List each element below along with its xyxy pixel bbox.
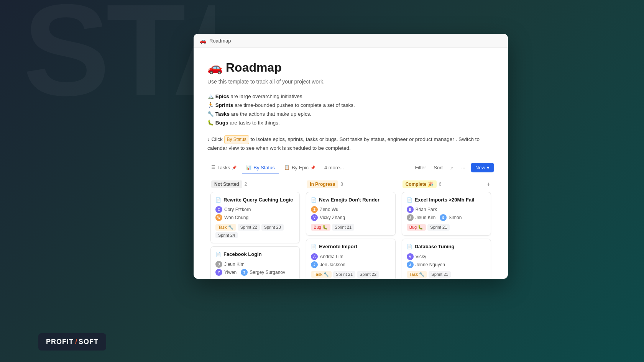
complete-add-btn[interactable]: + <box>487 181 490 188</box>
tab-more[interactable]: 4 more... <box>320 162 348 174</box>
card-emojis[interactable]: 📄 New Emojis Don't Render Z Zeno Wu V Vi… <box>306 192 395 236</box>
avatar-row-jieun: J Jieun Kim <box>215 261 295 268</box>
avatar-won: W <box>215 214 222 221</box>
tab-tasks-label: Tasks <box>217 165 230 170</box>
new-btn-chevron: ▾ <box>487 165 490 170</box>
tab-by-epic-pin: 📌 <box>310 165 315 170</box>
filter-button[interactable]: Filter <box>412 163 428 172</box>
card-doc-icon-emoji: 📄 <box>311 197 317 203</box>
card-title-emojis: New Emojis Don't Render <box>319 197 380 203</box>
tab-by-epic-icon: 📋 <box>284 165 290 170</box>
title-bar: 🚗 Roadmap <box>194 34 508 48</box>
avatar-brian: B <box>407 206 414 213</box>
tag-task-evernote: Task 🔧 <box>311 271 332 278</box>
avatar-name-jen: Jen Jackson <box>320 262 345 267</box>
desc-tasks: 🔧 Tasks are the actions that make up epi… <box>207 110 494 119</box>
tab-by-status[interactable]: 📊 By Status <box>242 162 279 174</box>
avatar-sergey: S <box>241 269 248 276</box>
logo: PROFIT / SOFT <box>38 333 106 351</box>
tab-by-epic-label: By Epic <box>292 165 309 170</box>
tag-sprint21-evernote: Sprint 21 <box>333 271 355 278</box>
card-title-excel: Excel Imports >20Mb Fail <box>415 197 475 203</box>
avatar-name-won: Won Chung <box>224 215 248 220</box>
complete-count: 6 <box>439 182 442 187</box>
card-title-evernote: Evernote Import <box>319 244 357 250</box>
page-title: 🚗 Roadmap <box>207 60 494 75</box>
more-options-button[interactable]: ··· <box>459 163 468 172</box>
col-header-not-started: Not Started 2 <box>210 180 300 188</box>
avatar-yiwen: Y <box>215 269 222 276</box>
main-window: 🚗 Roadmap 🚗 Roadmap Use this template to… <box>194 34 508 279</box>
avatar-name-andrea: Andrea Lim <box>320 254 343 259</box>
card-title-facebook: Facebook Login <box>223 251 262 258</box>
avatar-simon: S <box>440 214 447 221</box>
column-in-progress: In Progress 8 📄 New Emojis Don't Render … <box>303 180 398 279</box>
card-doc-icon-fb: 📄 <box>215 252 221 257</box>
avatar-vicky-z: V <box>311 214 318 221</box>
col-header-in-progress: In Progress 8 <box>306 180 395 188</box>
desc-sprints: 🏃 Sprints are time-bounded pushes to com… <box>207 101 494 110</box>
avatar-vicky: V <box>407 253 414 260</box>
page-subtitle: Use this template to track all of your p… <box>207 79 494 85</box>
avatar-name-simon: Simon <box>449 215 462 220</box>
in-progress-badge: In Progress <box>307 180 338 188</box>
col-header-complete: Complete 🎉 6 + <box>402 180 491 188</box>
card-database-tuning[interactable]: 📄 Database Tuning V Vicky J Jenne Nguyen <box>402 239 491 279</box>
tag-task: Task 🔧 <box>215 224 236 231</box>
sort-button[interactable]: Sort <box>431 163 445 172</box>
avatar-jieun2: J <box>407 214 414 221</box>
not-started-count: 2 <box>245 182 247 187</box>
page-content: 🚗 Roadmap Use this template to track all… <box>194 48 508 279</box>
not-started-badge: Not Started <box>211 180 242 188</box>
avatar-name-yiwen: Yiwen <box>224 270 237 275</box>
tab-actions: Filter Sort ⌕ ··· New ▾ <box>412 163 494 172</box>
avatar-name-vicky-z: Vicky Zhang <box>320 215 345 220</box>
tab-more-label: 4 more... <box>324 165 344 170</box>
avatar-name-cory: Cory Etzkorn <box>224 207 251 212</box>
tab-by-status-icon: 📊 <box>246 165 251 170</box>
card-facebook-login[interactable]: 📄 Facebook Login J Jieun Kim Y Yiwen S S… <box>210 246 300 279</box>
tab-by-epic[interactable]: 📋 By Epic 📌 <box>280 162 319 174</box>
avatar-jieun: J <box>215 261 222 268</box>
search-button[interactable]: ⌕ <box>448 163 456 172</box>
card-title-db-tuning: Database Tuning <box>415 244 455 250</box>
column-not-started: Not Started 2 📄 Rewrite Query Caching Lo… <box>207 180 303 279</box>
avatar-row-jenne: J Jenne Nguyen <box>407 261 486 268</box>
tag-sprint24: Sprint 24 <box>215 232 238 238</box>
avatar-andrea: A <box>311 253 318 260</box>
avatar-row-vicky-z: V Vicky Zhang <box>311 214 390 221</box>
in-progress-count: 8 <box>340 182 343 187</box>
avatar-name-jenne: Jenne Nguyen <box>416 262 445 267</box>
avatar-zeno: Z <box>311 206 318 213</box>
tag-sprint21-excel: Sprint 21 <box>427 224 450 231</box>
tag-task-db: Task 🔧 <box>407 271 427 278</box>
by-status-badge[interactable]: By Status <box>224 135 249 144</box>
avatar-row-jieun-simon: J Jieun Kim S Simon <box>407 214 486 221</box>
tag-sprint21-db: Sprint 21 <box>429 271 451 278</box>
tabs-bar: ☰ Tasks 📌 📊 By Status 📋 By Epic 📌 4 more… <box>194 162 508 174</box>
tab-tasks[interactable]: ☰ Tasks 📌 <box>207 162 240 174</box>
avatar-jen: J <box>311 261 318 268</box>
card-title-rewrite-query: Rewrite Query Caching Logic <box>223 197 293 203</box>
new-button[interactable]: New ▾ <box>471 163 494 172</box>
logo-part1: PROFIT <box>46 338 74 346</box>
kanban-board: Not Started 2 📄 Rewrite Query Caching Lo… <box>207 174 494 279</box>
card-evernote[interactable]: 📄 Evernote Import A Andrea Lim J Jen Jac… <box>306 239 395 279</box>
tab-tasks-icon: ☰ <box>211 165 215 170</box>
avatar-name-jieun: Jieun Kim <box>224 262 245 267</box>
tag-sprint22-evernote: Sprint 22 <box>357 271 379 278</box>
avatar-row-vicky: V Vicky <box>407 253 486 260</box>
avatar-row-yiwen: Y Yiwen S Sergey Surganov <box>215 269 295 276</box>
card-excel[interactable]: 📄 Excel Imports >20Mb Fail B Brian Park … <box>402 192 491 236</box>
new-btn-label: New <box>475 165 485 170</box>
title-bar-icon: 🚗 <box>200 38 206 44</box>
tag-sprint23: Sprint 23 <box>261 224 284 231</box>
card-doc-icon-excel: 📄 <box>407 197 412 203</box>
click-note: ↓ Click By Status to isolate epics, spri… <box>207 135 494 152</box>
card-rewrite-query[interactable]: 📄 Rewrite Query Caching Logic C Cory Etz… <box>210 192 300 244</box>
tab-by-status-label: By Status <box>253 165 275 170</box>
avatar-name-vicky: Vicky <box>416 254 426 259</box>
tag-bug-excel: Bug 🐛 <box>407 224 426 231</box>
avatar-jenne: J <box>407 261 414 268</box>
avatar-name-sergey: Sergey Surganov <box>250 270 285 275</box>
